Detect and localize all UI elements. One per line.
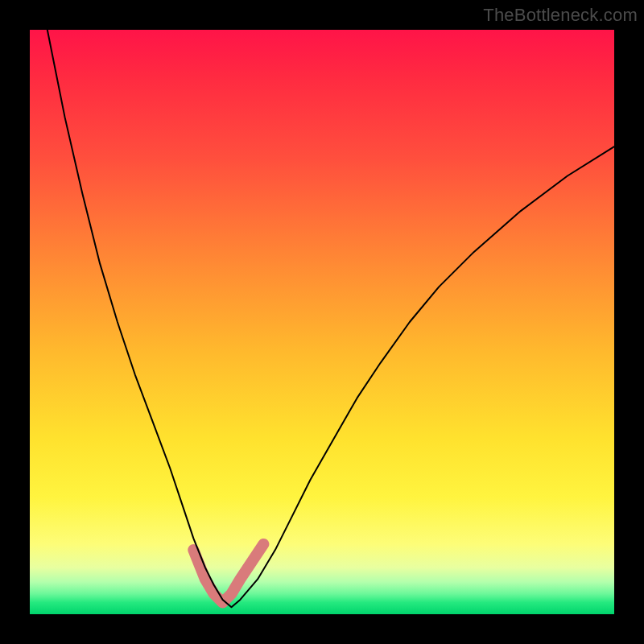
watermark-text: TheBottleneck.com — [483, 5, 638, 26]
plot-area — [30, 30, 614, 614]
thin-curve — [47, 30, 614, 607]
chart-frame: TheBottleneck.com — [0, 0, 644, 644]
thick-pink-segment — [193, 544, 263, 603]
curve-layer — [30, 30, 614, 614]
